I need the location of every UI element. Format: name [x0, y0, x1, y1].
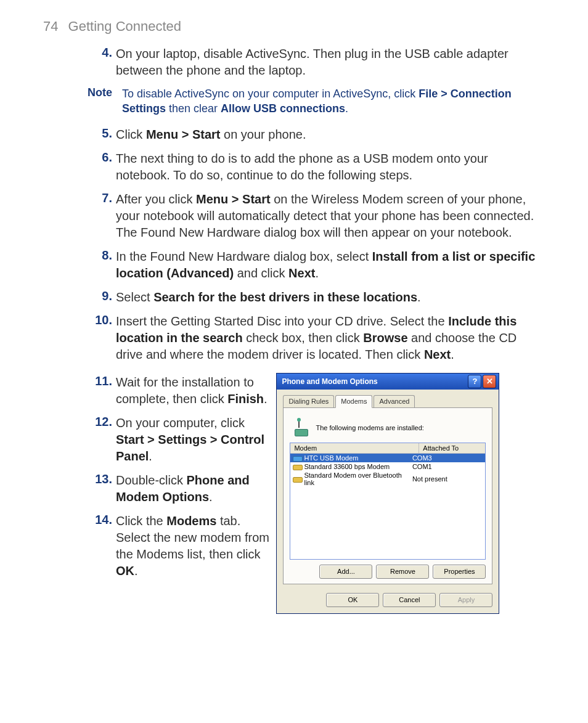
two-column-area: 11. Wait for the installation to complet…	[43, 370, 545, 614]
text: After you click	[116, 192, 196, 206]
list-header: Modem Attached To	[290, 443, 485, 454]
apply-button[interactable]: Apply	[439, 593, 492, 607]
text: .	[451, 348, 454, 361]
document-page: 74 Getting Connected 4. On your laptop, …	[0, 0, 588, 639]
text: The next thing to do is to add the phone…	[116, 152, 488, 182]
cell-attached: Not present	[412, 475, 484, 483]
text: .	[417, 290, 421, 304]
step-text: Click the Modems tab. Select the new mod…	[116, 513, 274, 579]
bold: Next	[424, 348, 451, 361]
bold: Allow USB connections	[221, 102, 345, 115]
bold: Browse	[363, 331, 407, 345]
bold: Finish	[227, 392, 264, 406]
text: .	[209, 490, 213, 504]
page-number: 74	[43, 18, 58, 34]
modem-std-icon	[293, 463, 301, 470]
bold: Menu > Start	[196, 192, 271, 206]
text: .	[134, 564, 138, 578]
modem-name: Standard Modem over Bluetooth link	[304, 472, 412, 486]
text: Double-click	[116, 473, 186, 487]
page-header: 74 Getting Connected	[43, 18, 545, 35]
modem-globe-icon	[293, 454, 301, 462]
step-5: 5. Click Menu > Start on your phone.	[43, 126, 545, 143]
cell-modem: Standard Modem over Bluetooth link	[292, 472, 412, 486]
right-column: Phone and Modem Options ? ✕ Dialing Rule…	[274, 370, 545, 614]
column-header-modem[interactable]: Modem	[290, 443, 419, 453]
modem-name: Standard 33600 bps Modem	[304, 463, 390, 470]
step-text: After you click Menu > Start on the Wire…	[116, 191, 545, 241]
ok-button[interactable]: OK	[326, 593, 379, 607]
step-text: Insert the Getting Started Disc into you…	[116, 313, 545, 363]
step-number: 13.	[86, 472, 116, 505]
step-number: 6.	[86, 150, 116, 184]
cancel-button[interactable]: Cancel	[383, 593, 436, 607]
cell-attached: COM1	[412, 463, 484, 470]
message-text: The following modems are installed:	[316, 424, 423, 431]
text: To disable ActiveSync on your computer i…	[122, 88, 419, 100]
list-item[interactable]: Standard Modem over Bluetooth link Not p…	[290, 471, 485, 487]
text: and click	[234, 266, 288, 280]
step-9: 9. Select Search for the best drivers in…	[43, 289, 545, 306]
section-title: Getting Connected	[68, 18, 181, 34]
step-4: 4. On your laptop, disable ActiveSync. T…	[43, 46, 545, 79]
dialog-footer: OK Cancel Apply	[277, 588, 499, 613]
phone-modem-options-dialog: Phone and Modem Options ? ✕ Dialing Rule…	[276, 373, 499, 614]
note-block: Note To disable ActiveSync on your compu…	[43, 86, 545, 116]
tab-pane-modems: The following modems are installed: Mode…	[283, 408, 492, 584]
text: .	[345, 102, 348, 115]
text: On your computer, click	[116, 416, 245, 430]
remove-button[interactable]: Remove	[376, 565, 429, 579]
step-text: Double-click Phone and Modem Options.	[116, 472, 274, 505]
step-number: 14.	[86, 513, 116, 579]
step-number: 8.	[86, 248, 116, 282]
cell-modem: HTC USB Modem	[292, 454, 412, 462]
text: Click	[116, 128, 146, 141]
tab-button-row: Add... Remove Properties	[290, 565, 486, 579]
list-item[interactable]: Standard 33600 bps Modem COM1	[290, 462, 485, 471]
text: then clear	[166, 102, 221, 115]
bold: Search for the best drivers in these loc…	[153, 290, 417, 304]
titlebar-buttons: ? ✕	[468, 375, 496, 388]
step-text: In the Found New Hardware dialog box, se…	[116, 248, 545, 282]
step-8: 8. In the Found New Hardware dialog box,…	[43, 248, 545, 282]
step-13: 13. Double-click Phone and Modem Options…	[43, 472, 274, 505]
bold: Menu > Start	[146, 128, 221, 141]
step-text: Select Search for the best drivers in th…	[116, 289, 545, 306]
step-text: Click Menu > Start on your phone.	[116, 126, 545, 143]
text: Insert the Getting Started Disc into you…	[116, 314, 448, 328]
text: In the Found New Hardware dialog box, se…	[116, 250, 372, 263]
text: .	[264, 392, 267, 406]
text: .	[149, 449, 152, 463]
note-text: To disable ActiveSync on your computer i…	[122, 86, 545, 116]
modem-icon	[292, 419, 309, 436]
step-number: 10.	[86, 313, 116, 363]
step-7: 7. After you click Menu > Start on the W…	[43, 191, 545, 241]
step-number: 7.	[86, 191, 116, 241]
dialog-titlebar[interactable]: Phone and Modem Options ? ✕	[277, 374, 499, 390]
tab-advanced[interactable]: Advanced	[374, 395, 415, 407]
text: On your laptop, disable ActiveSync. Then…	[116, 47, 508, 77]
step-12: 12. On your computer, click Start > Sett…	[43, 415, 274, 465]
text: Click the	[116, 514, 166, 528]
tab-modems[interactable]: Modems	[335, 395, 372, 408]
list-item[interactable]: HTC USB Modem COM3	[290, 454, 485, 462]
add-button[interactable]: Add...	[319, 565, 372, 579]
column-header-attached[interactable]: Attached To	[419, 443, 485, 453]
step-number: 11.	[86, 374, 116, 407]
modems-listbox[interactable]: Modem Attached To HTC USB Modem COM3	[290, 443, 486, 560]
text: check box, then click	[243, 331, 364, 345]
bold: Start > Settings > Control Panel	[116, 433, 264, 463]
modem-std-icon	[293, 475, 301, 483]
left-column: 11. Wait for the installation to complet…	[43, 370, 274, 587]
list-rows: HTC USB Modem COM3 Standard 33600 bps Mo…	[290, 454, 485, 559]
step-10: 10. Insert the Getting Started Disc into…	[43, 313, 545, 363]
cell-modem: Standard 33600 bps Modem	[292, 463, 412, 470]
properties-button[interactable]: Properties	[433, 565, 486, 579]
text: Select	[116, 290, 153, 304]
bold: OK	[116, 564, 134, 578]
tab-dialing-rules[interactable]: Dialing Rules	[283, 395, 334, 407]
step-text: Wait for the installation to complete, t…	[116, 374, 274, 407]
close-icon[interactable]: ✕	[483, 375, 496, 388]
help-icon[interactable]: ?	[468, 375, 481, 388]
message-row: The following modems are installed:	[292, 419, 483, 436]
